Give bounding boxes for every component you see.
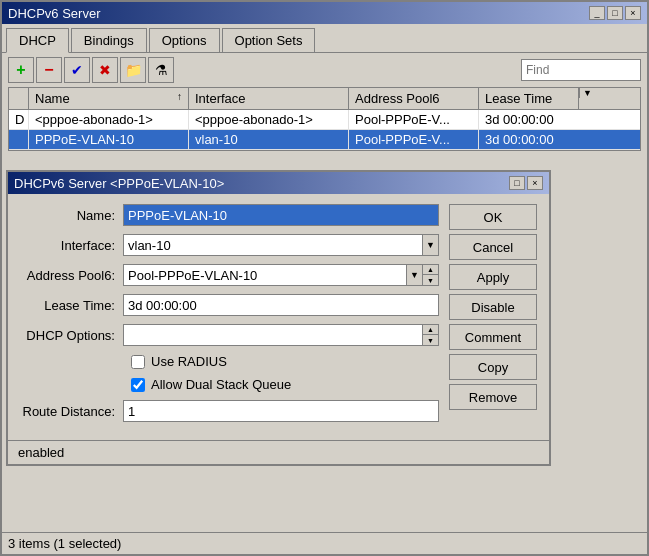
status-bar: 3 items (1 selected)	[2, 532, 647, 554]
row2-flag	[9, 130, 29, 149]
pool-field: ▼ ▲ ▼	[123, 264, 439, 286]
copy-button[interactable]: Copy	[449, 354, 537, 380]
table-header: Name ↑ Interface Address Pool6 Lease Tim…	[9, 88, 640, 110]
cancel-button[interactable]: Cancel	[449, 234, 537, 260]
minimize-button[interactable]: _	[589, 6, 605, 20]
interface-input[interactable]	[123, 234, 423, 256]
name-label: Name:	[18, 208, 123, 223]
comment-button[interactable]: Comment	[449, 324, 537, 350]
close-button[interactable]: ×	[625, 6, 641, 20]
dialog-buttons: OK Cancel Apply Disable Comment Copy Rem…	[449, 204, 539, 430]
subdialog-footer: enabled	[8, 440, 549, 464]
col-name: Name ↑	[29, 88, 189, 109]
lease-label: Lease Time:	[18, 298, 123, 313]
use-radius-checkbox[interactable]	[131, 355, 145, 369]
pool-row: Address Pool6: ▼ ▲ ▼	[18, 264, 439, 286]
pool-spin-buttons: ▲ ▼	[423, 264, 439, 286]
toolbar: + − ✔ ✖ 📁 ⚗	[2, 53, 647, 87]
subdialog-title-text: DHCPv6 Server <PPPoE-VLAN-10>	[14, 176, 224, 191]
main-window: DHCPv6 Server _ □ × DHCP Bindings Option…	[0, 0, 649, 556]
dhcp-down-button[interactable]: ▼	[423, 335, 439, 346]
tab-bindings[interactable]: Bindings	[71, 28, 147, 52]
interface-row: Interface: ▼	[18, 234, 439, 256]
subdialog-body: Name: Interface: ▼ Address Pool6:	[8, 194, 549, 440]
apply-button[interactable]: Apply	[449, 264, 537, 290]
dhcp-options-field: ▲ ▼	[123, 324, 439, 346]
maximize-button[interactable]: □	[607, 6, 623, 20]
lease-input[interactable]	[123, 294, 439, 316]
col-flag	[9, 88, 29, 109]
dhcp-options-row: DHCP Options: ▲ ▼	[18, 324, 439, 346]
x-button[interactable]: ✖	[92, 57, 118, 83]
window-title: DHCPv6 Server	[8, 6, 100, 21]
add-button[interactable]: +	[8, 57, 34, 83]
tab-options[interactable]: Options	[149, 28, 220, 52]
route-distance-label: Route Distance:	[18, 404, 123, 419]
subdialog-title-bar: DHCPv6 Server <PPPoE-VLAN-10> □ ×	[8, 172, 549, 194]
name-input[interactable]	[123, 204, 439, 226]
subdialog-close-button[interactable]: ×	[527, 176, 543, 190]
interface-dropdown-button[interactable]: ▼	[423, 234, 439, 256]
row1-interface: <pppoe-abonado-1>	[189, 110, 349, 129]
col-interface: Interface	[189, 88, 349, 109]
dhcp-spin-buttons: ▲ ▼	[423, 324, 439, 346]
pool-down-button[interactable]: ▼	[423, 275, 439, 286]
allow-dual-row: Allow Dual Stack Queue	[18, 377, 439, 392]
lease-row: Lease Time:	[18, 294, 439, 316]
route-distance-input[interactable]	[123, 400, 439, 422]
tab-dhcp[interactable]: DHCP	[6, 28, 69, 53]
sort-arrow[interactable]: ▼	[579, 88, 595, 98]
dhcp-options-input[interactable]	[123, 324, 423, 346]
pool-up-button[interactable]: ▲	[423, 264, 439, 275]
subdialog-title-buttons: □ ×	[509, 176, 543, 190]
row1-lease: 3d 00:00:00	[479, 110, 640, 129]
subdialog-status: enabled	[18, 445, 64, 460]
remove-button[interactable]: −	[36, 57, 62, 83]
row1-name: <pppoe-abonado-1>	[29, 110, 189, 129]
pool-dropdown-button[interactable]: ▼	[407, 264, 423, 286]
server-table: Name ↑ Interface Address Pool6 Lease Tim…	[8, 87, 641, 151]
use-radius-row: Use RADIUS	[18, 354, 439, 369]
check-button[interactable]: ✔	[64, 57, 90, 83]
form-area: Name: Interface: ▼ Address Pool6:	[18, 204, 439, 430]
row2-pool: Pool-PPPoE-V...	[349, 130, 479, 149]
interface-field: ▼	[123, 234, 439, 256]
filter-button[interactable]: ⚗	[148, 57, 174, 83]
table-row[interactable]: PPPoE-VLAN-10 vlan-10 Pool-PPPoE-V... 3d…	[9, 130, 640, 150]
remove-button[interactable]: Remove	[449, 384, 537, 410]
subdialog-restore-button[interactable]: □	[509, 176, 525, 190]
detail-dialog: DHCPv6 Server <PPPoE-VLAN-10> □ × Name: …	[6, 170, 551, 466]
route-distance-row: Route Distance:	[18, 400, 439, 422]
pool-label: Address Pool6:	[18, 268, 123, 283]
dhcp-up-button[interactable]: ▲	[423, 324, 439, 335]
tab-option-sets[interactable]: Option Sets	[222, 28, 316, 52]
col-pool: Address Pool6	[349, 88, 479, 109]
allow-dual-label: Allow Dual Stack Queue	[151, 377, 291, 392]
row2-name: PPPoE-VLAN-10	[29, 130, 189, 149]
row2-interface: vlan-10	[189, 130, 349, 149]
disable-button[interactable]: Disable	[449, 294, 537, 320]
row1-pool: Pool-PPPoE-V...	[349, 110, 479, 129]
title-bar: DHCPv6 Server _ □ ×	[2, 2, 647, 24]
dhcp-options-label: DHCP Options:	[18, 328, 123, 343]
ok-button[interactable]: OK	[449, 204, 537, 230]
pool-input[interactable]	[123, 264, 407, 286]
interface-label: Interface:	[18, 238, 123, 253]
title-bar-buttons: _ □ ×	[589, 6, 641, 20]
use-radius-label: Use RADIUS	[151, 354, 227, 369]
find-input[interactable]	[521, 59, 641, 81]
row1-flag: D	[9, 110, 29, 129]
folder-button[interactable]: 📁	[120, 57, 146, 83]
allow-dual-checkbox[interactable]	[131, 378, 145, 392]
col-lease: Lease Time	[479, 88, 579, 109]
name-row: Name:	[18, 204, 439, 226]
status-text: 3 items (1 selected)	[8, 536, 121, 551]
table-row[interactable]: D <pppoe-abonado-1> <pppoe-abonado-1> Po…	[9, 110, 640, 130]
row2-lease: 3d 00:00:00	[479, 130, 640, 149]
tab-bar: DHCP Bindings Options Option Sets	[2, 24, 647, 53]
